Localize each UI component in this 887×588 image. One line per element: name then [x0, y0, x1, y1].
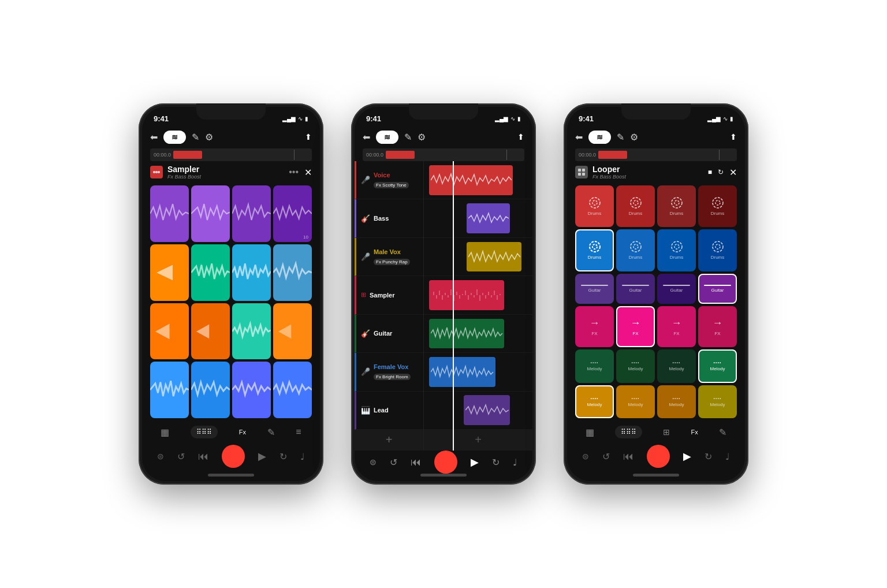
- pad-0-2[interactable]: [232, 185, 271, 242]
- clip-row-guitar[interactable]: [424, 315, 532, 353]
- looper-cell-10[interactable]: Guitar: [657, 274, 696, 304]
- undo-tracks[interactable]: ↺: [390, 457, 397, 468]
- pad-1-3[interactable]: [273, 244, 312, 301]
- track-lead[interactable]: 🎹 Lead: [355, 392, 423, 430]
- undo-button-looper[interactable]: ↺: [602, 451, 610, 462]
- track-sampler[interactable]: ⊞ Sampler: [355, 276, 423, 314]
- back-button-1[interactable]: ⬅: [150, 132, 158, 143]
- edit-button-looper[interactable]: ✎: [719, 427, 726, 438]
- timeline-3[interactable]: 00:00.0: [575, 148, 737, 161]
- close-sampler[interactable]: ✕: [304, 167, 312, 178]
- back-button-3[interactable]: ⬅: [575, 132, 583, 143]
- looper-cell-6[interactable]: Drums: [657, 229, 696, 271]
- play-button-sampler[interactable]: ▶: [258, 450, 266, 463]
- pad-2-0[interactable]: [150, 303, 189, 360]
- pad-2-3[interactable]: [273, 303, 312, 360]
- looper-cell-18[interactable]: •••• Melody: [657, 349, 696, 382]
- mix-button-sampler[interactable]: ≡: [296, 427, 301, 437]
- clip-button-sampler[interactable]: ▦: [161, 427, 169, 438]
- looper-cell-19[interactable]: •••• Melody: [698, 349, 737, 382]
- eq-button-looper[interactable]: ⊜: [582, 452, 589, 461]
- close-looper[interactable]: ✕: [729, 167, 737, 178]
- pad-1-0[interactable]: [150, 244, 189, 301]
- pad-3-0[interactable]: [150, 362, 189, 418]
- fx-button-sampler[interactable]: Fx: [239, 429, 246, 436]
- pad-3-1[interactable]: [191, 362, 230, 418]
- clip-row-female-vox[interactable]: [424, 353, 532, 391]
- track-male-vox[interactable]: 🎤 Male Vox Fx Punchy Rap: [355, 238, 423, 276]
- pad-1-1[interactable]: [191, 244, 230, 301]
- timeline-2[interactable]: 00:00.0: [363, 148, 524, 161]
- looper-cell-7[interactable]: Drums: [698, 229, 737, 271]
- looper-cell-21[interactable]: •••• Melody: [616, 385, 655, 418]
- dots-menu-sampler[interactable]: •••: [289, 167, 299, 177]
- eq-button-sampler[interactable]: ⊜: [157, 452, 164, 461]
- waveform-tab-2[interactable]: ≋: [376, 131, 398, 144]
- rewind-tracks[interactable]: ⏮: [411, 456, 421, 468]
- undo-button-sampler[interactable]: ↺: [177, 451, 185, 462]
- metronome-button-sampler[interactable]: ♩: [300, 451, 305, 462]
- pad-0-0[interactable]: [150, 185, 189, 242]
- clip-female-vox[interactable]: [429, 357, 495, 387]
- clip-row-voice[interactable]: [424, 161, 532, 199]
- add-track-row[interactable]: +: [424, 430, 532, 451]
- looper-cell-3[interactable]: Drums: [698, 185, 737, 227]
- pen-button-2[interactable]: ✎: [404, 132, 412, 143]
- metronome-tracks[interactable]: ♩: [513, 457, 517, 468]
- clip-sampler-track[interactable]: [429, 280, 504, 310]
- redo-tracks[interactable]: ↻: [492, 457, 500, 468]
- pen-button-1[interactable]: ✎: [192, 132, 199, 143]
- clip-row-sampler-track[interactable]: [424, 276, 532, 314]
- clip-voice[interactable]: [429, 165, 513, 195]
- clip-bass[interactable]: [467, 203, 510, 233]
- rewind-button-looper[interactable]: ⏮: [623, 451, 633, 463]
- pad-3-3[interactable]: [273, 362, 312, 418]
- gear-button-1[interactable]: ⚙: [205, 132, 213, 143]
- looper-cell-17[interactable]: •••• Melody: [616, 349, 655, 382]
- redo-button-looper[interactable]: ↻: [705, 451, 712, 462]
- fx-button-looper[interactable]: Fx: [691, 429, 698, 436]
- waveform-tab-3[interactable]: ≋: [588, 131, 611, 144]
- record-button-looper[interactable]: [647, 445, 670, 468]
- looper-cell-20[interactable]: •••• Melody: [575, 385, 614, 418]
- eq-icon-tracks[interactable]: ⊜: [370, 457, 377, 467]
- loop-looper[interactable]: ↻: [718, 168, 724, 176]
- track-guitar[interactable]: 🎸 Guitar: [355, 315, 423, 353]
- play-tracks[interactable]: ▶: [471, 456, 479, 468]
- looper-cell-11[interactable]: Guitar: [698, 274, 737, 304]
- cloud-button-1[interactable]: ⬆: [305, 132, 312, 142]
- track-female-vox[interactable]: 🎤 Female Vox Fx Bright Room: [355, 353, 423, 391]
- clip-row-lead[interactable]: [424, 392, 532, 430]
- pen-button-3[interactable]: ✎: [617, 132, 624, 143]
- gear-button-3[interactable]: ⚙: [630, 132, 638, 143]
- play-button-looper[interactable]: ▶: [683, 450, 691, 463]
- looper-cell-4[interactable]: Drums: [575, 229, 614, 271]
- pads-button-looper[interactable]: ⠿⠿⠿: [615, 426, 642, 438]
- track-bass[interactable]: 🎸 Bass: [355, 199, 423, 237]
- looper-cell-5[interactable]: Drums: [616, 229, 655, 271]
- back-button-2[interactable]: ⬅: [363, 132, 370, 143]
- waveform-tab-1[interactable]: ≋: [163, 131, 186, 144]
- looper-cell-12[interactable]: → FX: [575, 306, 614, 347]
- rewind-button-sampler[interactable]: ⏮: [198, 451, 208, 463]
- looper-cell-8[interactable]: Guitar: [575, 274, 614, 304]
- looper-cell-15[interactable]: → FX: [698, 306, 737, 347]
- timeline-1[interactable]: 00:00.0: [150, 148, 312, 161]
- clip-male-vox[interactable]: [467, 242, 521, 272]
- clip-row-male-vox[interactable]: [424, 238, 532, 276]
- pad-3-2[interactable]: [232, 362, 271, 418]
- looper-cell-23[interactable]: •••• Melody: [698, 385, 737, 418]
- pad-2-2[interactable]: [232, 303, 271, 360]
- record-button-tracks[interactable]: [434, 451, 457, 474]
- pad-1-2[interactable]: [232, 244, 271, 301]
- record-button-sampler[interactable]: [222, 445, 245, 468]
- cloud-button-2[interactable]: ⬆: [517, 132, 524, 142]
- pad-0-3[interactable]: 10: [273, 185, 312, 242]
- edit-button-sampler[interactable]: ✎: [267, 427, 275, 438]
- cloud-button-3[interactable]: ⬆: [730, 132, 737, 142]
- metronome-button-looper[interactable]: ♩: [725, 451, 730, 462]
- pad-2-1[interactable]: [191, 303, 230, 360]
- looper-cell-22[interactable]: •••• Melody: [657, 385, 696, 418]
- looper-cell-14[interactable]: → FX: [657, 306, 696, 347]
- track-voice[interactable]: 🎤 Voice Fx Scotty Tone: [355, 161, 423, 199]
